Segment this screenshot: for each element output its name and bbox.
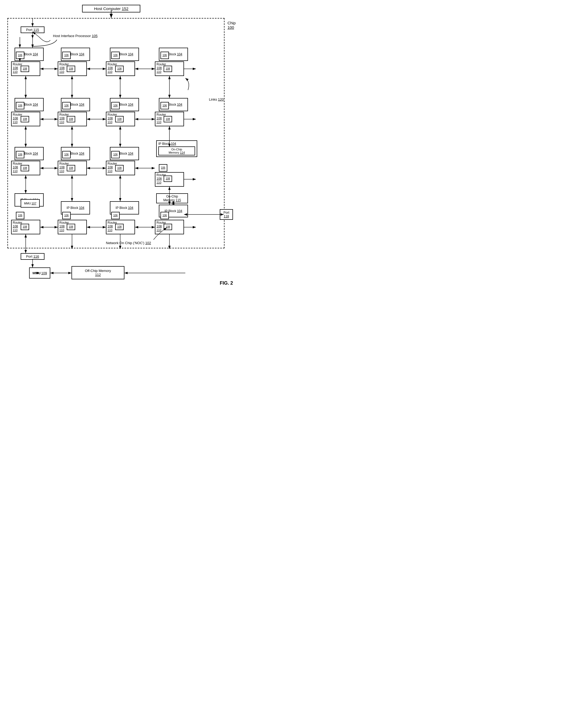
iface-106-r3c4: 106 [159,164,167,171]
iface-106-r4c2: 106 [62,212,71,219]
iface-108-r2c3: 108 [115,116,124,122]
iface-106-r2c1: 106 [16,102,24,109]
oncip-mem-114: On-ChipMemory 114 [158,146,195,156]
iface-108-r3c4: 108 [164,176,172,182]
iface-106-r3c3: 106 [111,151,120,158]
host-computer-label: Host Computer 152 [94,6,128,11]
host-computer-box: Host Computer 152 [82,5,140,13]
port-115: Port 115 [21,26,44,33]
iface-106-r2c3: 106 [111,102,120,109]
iface-108-r1c1: 108 [21,66,29,72]
iface-108-r4c4: 108 [164,224,172,230]
links-label: Links 120 [209,98,224,101]
iface-108-r1c2: 108 [67,66,75,72]
iface-108-r2c4: 108 [164,116,172,122]
iface-106-r1c1: 106 [16,52,24,59]
fig-label: FIG. 2 [220,281,233,286]
iface-108-r3c3: 108 [115,165,124,171]
iface-108-r2c2: 108 [67,116,75,122]
hip-label: Host Interface Processor 105 [53,34,98,38]
iface-108-r1c3: 108 [115,66,124,72]
iface-108-r2c1: 108 [21,116,29,122]
iface-106-r2c4: 106 [161,102,169,109]
offchip-memory: Off-Chip Memory112 [71,266,124,279]
iface-106-r1c4: 106 [161,52,169,59]
iface-106-r4c4: 106 [161,212,169,219]
iface-108-r4c3: 108 [115,224,124,230]
iface-106-r4c1: 106 [16,212,24,219]
chip-label: Chip100 [227,21,236,30]
mmu-109: MMU 109 [29,267,50,279]
iface-108-r4c2: 108 [67,224,75,230]
iface-106-r1c3: 106 [111,52,120,59]
iface-106-r4c3: 106 [111,212,120,219]
iface-108-r4c1: 108 [21,224,29,230]
iface-106-r3c2: 106 [62,151,71,158]
iface-108-r3c1: 108 [21,165,29,171]
iface-108-r3c2: 108 [67,165,75,171]
ip-block-r3c4-special: IP Block 104 On-ChipMemory 114 [156,140,197,157]
oncip-mem-115-box: On-ChipMemory 115 [156,193,188,203]
iface-106-r2c2: 106 [62,102,71,109]
noc-label: Network On Chip ('NOC') 102 [106,241,151,245]
port-118: Port 118 [220,209,233,220]
iface-108-r1c4: 108 [164,66,172,72]
port-116: Port 116 [21,253,44,260]
mmu-107: MMU 107 [21,199,40,208]
iface-106-r3c1: 106 [16,151,24,158]
iface-106-r1c2: 106 [62,52,71,59]
